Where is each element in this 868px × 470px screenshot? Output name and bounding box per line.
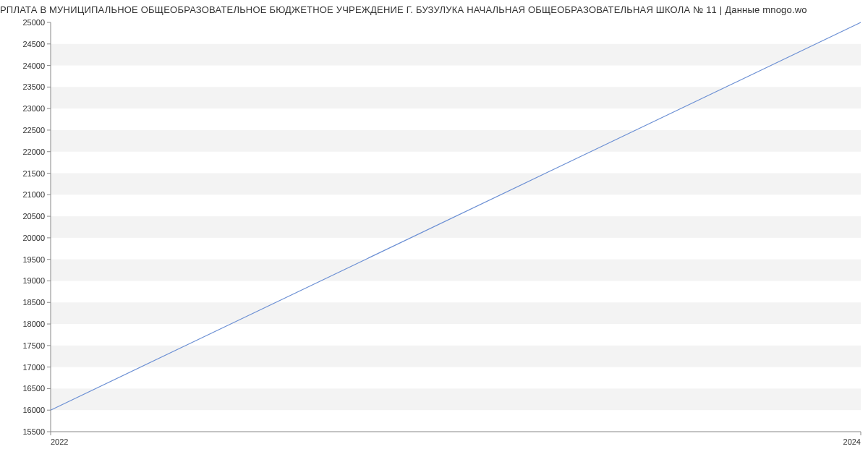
grid-band <box>51 44 861 66</box>
grid-band <box>51 174 861 195</box>
y-tick-label: 22000 <box>22 148 45 156</box>
y-tick-label: 16500 <box>22 384 45 393</box>
y-tick-label: 24500 <box>22 40 45 48</box>
y-tick-label: 23500 <box>22 82 45 91</box>
y-tick-label: 18000 <box>22 320 45 328</box>
y-tick-label: 18500 <box>22 298 45 307</box>
y-tick-label: 16000 <box>22 406 45 414</box>
grid-band <box>51 302 861 324</box>
y-tick-label: 15500 <box>22 427 45 436</box>
y-tick-label: 22500 <box>22 126 45 134</box>
grid-band <box>51 346 861 367</box>
y-tick-label: 21000 <box>22 190 45 199</box>
x-tick-label: 2022 <box>51 437 68 446</box>
x-tick-label: 2024 <box>843 437 861 446</box>
y-tick-label: 17500 <box>22 341 45 350</box>
y-tick-label: 20000 <box>22 234 45 242</box>
y-tick-label: 20500 <box>22 212 45 221</box>
y-tick-label: 19000 <box>22 276 45 285</box>
grid-band <box>51 260 861 281</box>
y-tick-label: 24000 <box>22 61 45 70</box>
line-chart: 1550016000165001700017500180001850019000… <box>0 18 868 453</box>
chart-area: 1550016000165001700017500180001850019000… <box>0 18 868 453</box>
chart-title: РПЛАТА В МУНИЦИПАЛЬНОЕ ОБЩЕОБРАЗОВАТЕЛЬН… <box>0 0 868 18</box>
y-tick-label: 23000 <box>22 104 45 113</box>
grid-band <box>51 388 861 410</box>
y-tick-label: 25000 <box>22 18 45 27</box>
grid-band <box>51 216 861 238</box>
y-tick-label: 17000 <box>22 363 45 372</box>
y-tick-label: 19500 <box>22 255 45 264</box>
grid-band <box>51 87 861 108</box>
y-tick-label: 21500 <box>22 169 45 178</box>
grid-band <box>51 130 861 152</box>
